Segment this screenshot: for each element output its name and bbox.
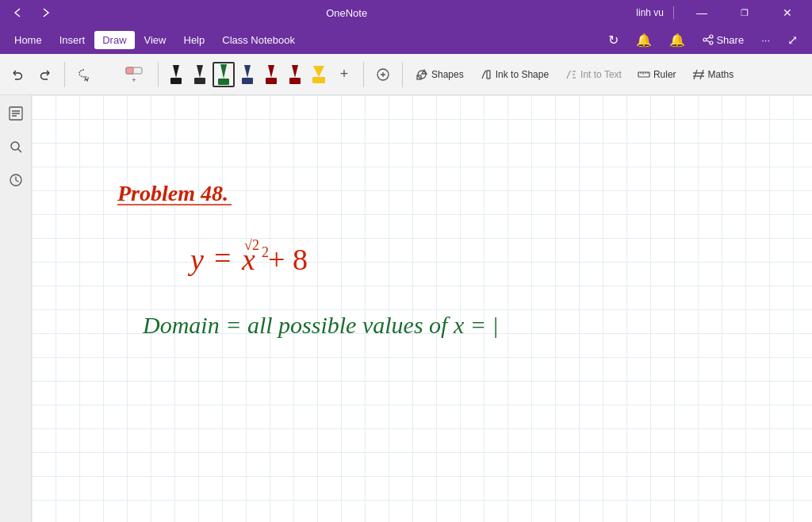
menu-home[interactable]: Home: [6, 31, 50, 49]
svg-line-3: [707, 40, 710, 42]
titlebar-right: linh vu — ❐ ✕: [636, 0, 806, 25]
expand-button[interactable]: ⤢: [779, 29, 806, 51]
maths-label: Maths: [708, 69, 734, 80]
pen-black-1[interactable]: [165, 65, 187, 84]
pen-dark[interactable]: [260, 65, 282, 84]
undo-button[interactable]: [5, 62, 30, 87]
svg-text:Domain = all possible values o: Domain = all possible values of x = |: [142, 312, 499, 338]
share-button[interactable]: Share: [695, 31, 752, 49]
back-button[interactable]: [6, 2, 29, 24]
shapes-label: Shapes: [431, 69, 464, 80]
svg-text:Problem 48.: Problem 48.: [117, 181, 228, 205]
pen-purple[interactable]: [284, 65, 306, 84]
add-pen-button[interactable]: +: [331, 62, 357, 87]
pen-green-active[interactable]: [213, 62, 235, 87]
ink-to-text-button[interactable]: Int to Text: [558, 62, 628, 87]
svg-point-8: [418, 71, 426, 79]
divider-3: [363, 62, 364, 87]
eraser-button[interactable]: +: [117, 59, 151, 90]
menu-view[interactable]: View: [136, 31, 174, 49]
problem-heading: Problem 48.: [117, 181, 232, 205]
lasso-select-button[interactable]: [71, 62, 97, 87]
note-canvas[interactable]: Problem 48. y = √2 x 2 + 8 Domain =: [32, 95, 812, 522]
minimize-button[interactable]: —: [684, 0, 720, 25]
svg-text:x: x: [241, 243, 255, 276]
app-title: OneNote: [57, 7, 636, 19]
undo-redo-group: [5, 62, 58, 87]
divider-4: [402, 62, 403, 87]
equation: y = √2 x 2 + 8: [187, 237, 308, 276]
sidebar: [0, 95, 32, 522]
menu-draw[interactable]: Draw: [94, 31, 134, 49]
svg-point-0: [710, 35, 713, 38]
handwritten-content: Problem 48. y = √2 x 2 + 8 Domain =: [32, 95, 812, 522]
ruler-button[interactable]: Ruler: [631, 62, 683, 87]
svg-text:+ 8: + 8: [268, 243, 308, 276]
svg-line-4: [707, 37, 710, 39]
menu-help[interactable]: Help: [176, 31, 213, 49]
sidebar-pages-icon[interactable]: [4, 102, 28, 125]
titlebar: OneNote linh vu — ❐ ✕: [0, 0, 812, 25]
add-eraser-button[interactable]: [100, 67, 114, 82]
toolbar: +: [0, 54, 812, 95]
maths-button[interactable]: Maths: [686, 62, 741, 87]
highlighter-yellow[interactable]: [308, 66, 330, 83]
menubar: Home Insert Draw View Help Class Noteboo…: [0, 25, 812, 54]
menu-insert[interactable]: Insert: [52, 31, 94, 49]
title-separator: [673, 6, 674, 19]
redo-button[interactable]: [33, 62, 58, 87]
svg-point-1: [703, 38, 707, 41]
notification-icon[interactable]: 🔔: [661, 29, 693, 51]
svg-text:=: =: [214, 241, 231, 274]
sidebar-search-icon[interactable]: [4, 135, 28, 159]
username: linh vu: [636, 7, 664, 18]
ruler-label: Ruler: [653, 69, 676, 80]
svg-rect-6: [126, 67, 133, 74]
titlebar-nav: [6, 2, 57, 24]
pen-tools-group: +: [165, 62, 357, 87]
user-info: linh vu: [636, 7, 664, 18]
sidebar-history-icon[interactable]: [4, 168, 28, 192]
ink-to-text-label: Int to Text: [580, 69, 622, 80]
domain-text: Domain = all possible values of x = |: [142, 312, 499, 338]
divider-1: [64, 62, 65, 87]
pen-dark-blue[interactable]: [236, 65, 259, 84]
svg-point-13: [11, 142, 19, 150]
bell-icon[interactable]: 🔔: [628, 29, 660, 51]
draw-mode-button[interactable]: [370, 62, 396, 87]
ink-to-shape-label: Ink to Shape: [496, 69, 549, 80]
eraser-group: +: [100, 59, 151, 90]
restore-button[interactable]: ❐: [726, 0, 763, 25]
menu-class-notebook[interactable]: Class Notebook: [214, 31, 303, 49]
ink-to-shape-button[interactable]: Ink to Shape: [473, 62, 555, 87]
sync-button[interactable]: ↻: [600, 29, 626, 51]
svg-rect-10: [487, 71, 490, 79]
svg-text:y: y: [187, 243, 204, 276]
forward-button[interactable]: [35, 2, 57, 24]
pen-black-2[interactable]: [189, 65, 211, 84]
drawing-mode-group: [370, 62, 396, 87]
more-options-button[interactable]: ···: [753, 31, 778, 49]
select-group: [71, 62, 97, 87]
divider-2: [158, 62, 159, 87]
svg-point-2: [710, 41, 713, 44]
main-content: Problem 48. y = √2 x 2 + 8 Domain =: [0, 95, 812, 522]
close-button[interactable]: ✕: [769, 0, 806, 25]
shapes-button[interactable]: Shapes: [409, 62, 470, 87]
